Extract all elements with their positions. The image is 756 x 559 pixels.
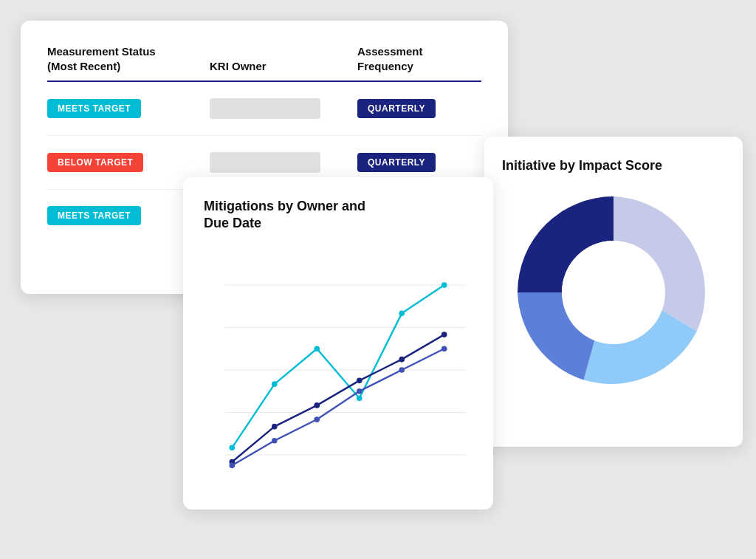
owner-placeholder-1 bbox=[210, 98, 320, 119]
dot-darkblue bbox=[441, 332, 447, 337]
dot-medblue bbox=[441, 346, 447, 351]
dot-teal bbox=[357, 395, 362, 401]
line-medblue bbox=[232, 349, 444, 465]
grid-lines bbox=[225, 285, 466, 455]
line-darkblue bbox=[232, 335, 444, 462]
dot-teal bbox=[441, 282, 447, 288]
dot-darkblue bbox=[272, 424, 278, 430]
freq-cell-2: QUARTERLY bbox=[357, 153, 481, 172]
owner-col-label: KRI Owner bbox=[210, 60, 267, 72]
owner-cell-2 bbox=[210, 152, 357, 173]
quarterly-badge-2: QUARTERLY bbox=[357, 153, 436, 172]
table-header: Measurement Status (Most Recent) KRI Own… bbox=[47, 44, 481, 82]
status-cell-2: BELOW TARGET bbox=[47, 153, 210, 172]
dot-medblue bbox=[314, 416, 320, 422]
freq-cell-1: QUARTERLY bbox=[357, 99, 481, 118]
col-owner-header: KRI Owner bbox=[210, 59, 357, 74]
initiative-card: Initiative by Impact Score bbox=[484, 137, 743, 447]
dot-teal bbox=[272, 381, 278, 387]
initiative-title: Initiative by Impact Score bbox=[502, 157, 725, 174]
donut-chart-container bbox=[502, 189, 725, 396]
line-chart bbox=[204, 244, 472, 495]
dot-darkblue bbox=[399, 357, 405, 363]
line-teal bbox=[232, 285, 444, 447]
table-row: MEETS TARGET QUARTERLY bbox=[47, 82, 481, 136]
status-cell-1: MEETS TARGET bbox=[47, 99, 210, 118]
col-status-header: Measurement Status (Most Recent) bbox=[47, 44, 210, 73]
mitigations-title: Mitigations by Owner and Due Date bbox=[204, 198, 472, 233]
dot-darkblue bbox=[357, 377, 362, 383]
quarterly-badge-1: QUARTERLY bbox=[357, 99, 436, 118]
mitigations-card: Mitigations by Owner and Due Date bbox=[183, 177, 493, 510]
below-target-badge: BELOW TARGET bbox=[47, 153, 143, 172]
scene: Measurement Status (Most Recent) KRI Own… bbox=[0, 0, 756, 559]
owner-cell-1 bbox=[210, 98, 357, 119]
dot-teal bbox=[229, 445, 235, 450]
dot-medblue bbox=[357, 388, 362, 394]
dot-medblue bbox=[272, 438, 278, 444]
meets-target-badge-1: MEETS TARGET bbox=[47, 99, 141, 118]
donut-chart bbox=[510, 189, 717, 396]
dot-teal bbox=[314, 346, 320, 351]
line-chart-area bbox=[204, 244, 472, 495]
donut-hole bbox=[562, 241, 665, 344]
meets-target-badge-2: MEETS TARGET bbox=[47, 206, 141, 225]
dot-medblue bbox=[399, 367, 405, 373]
status-col-label: Measurement Status (Most Recent) bbox=[47, 45, 156, 72]
owner-placeholder-2 bbox=[210, 152, 320, 173]
dot-medblue bbox=[229, 462, 235, 468]
dot-darkblue bbox=[314, 402, 320, 408]
col-freq-header: Assessment Frequency bbox=[357, 44, 481, 73]
freq-col-label: Assessment Frequency bbox=[357, 45, 422, 72]
dot-teal bbox=[399, 310, 405, 316]
